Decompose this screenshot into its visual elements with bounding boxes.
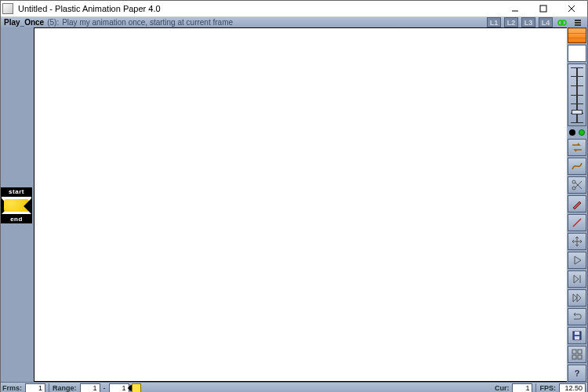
svg-marker-13 xyxy=(574,275,579,283)
pen-dot-green[interactable] xyxy=(579,129,585,136)
current-value[interactable]: 1 xyxy=(512,383,532,392)
app-window: Untitled - Plastic Animation Paper 4.0 P… xyxy=(0,0,588,392)
svg-rect-19 xyxy=(575,336,579,339)
help-icon[interactable]: ? xyxy=(568,365,586,382)
svg-rect-8 xyxy=(575,24,581,26)
titlebar: Untitled - Plastic Animation Paper 4.0 xyxy=(1,1,587,17)
drawing-canvas[interactable] xyxy=(34,27,567,382)
frames-value[interactable]: 1 xyxy=(25,383,45,392)
slider-knob[interactable] xyxy=(572,110,583,114)
svg-rect-22 xyxy=(572,355,576,359)
swap-tool-icon[interactable] xyxy=(568,139,586,156)
svg-point-9 xyxy=(572,187,575,190)
menu-icon[interactable] xyxy=(572,17,584,27)
maximize-button[interactable] xyxy=(529,1,557,16)
frame-marker[interactable]: start end xyxy=(1,187,32,223)
hint-bar: Play_Once (5): Play my animation once, s… xyxy=(1,17,587,27)
fps-label: FPS: xyxy=(539,384,556,392)
pen-mode-row xyxy=(568,128,586,137)
current-readout: Cur: 1 xyxy=(495,383,533,392)
range-to[interactable]: 1 xyxy=(109,383,129,392)
grid-icon[interactable] xyxy=(568,346,586,363)
timeline-gutter[interactable]: start end xyxy=(1,27,34,382)
svg-point-10 xyxy=(572,180,575,183)
svg-rect-7 xyxy=(575,22,581,24)
fps-readout: FPS: 12.50 xyxy=(539,383,586,392)
layer-2-button[interactable]: L2 xyxy=(504,17,518,27)
color-well[interactable] xyxy=(568,45,586,62)
svg-rect-18 xyxy=(575,332,579,335)
current-frame-indicator[interactable] xyxy=(131,383,142,392)
cut-tool-icon[interactable] xyxy=(568,176,586,194)
main-area: start end xyxy=(1,27,587,382)
link-icon[interactable] xyxy=(556,17,568,27)
frames-label: Frms: xyxy=(2,384,22,392)
layer-1-button[interactable]: L1 xyxy=(487,17,501,27)
svg-rect-1 xyxy=(540,5,546,12)
save-icon[interactable] xyxy=(568,327,586,344)
pencil-tool-icon[interactable] xyxy=(568,195,586,212)
canvas-area xyxy=(34,27,567,382)
range-from[interactable]: 1 xyxy=(80,383,100,392)
hint-key: (5): xyxy=(47,18,59,27)
svg-marker-12 xyxy=(575,256,581,264)
range-label: Range: xyxy=(53,384,77,392)
svg-marker-16 xyxy=(577,294,581,302)
hint-command: Play_Once xyxy=(4,18,44,27)
range-readout: Range: 1 - 1 xyxy=(53,383,129,392)
svg-rect-6 xyxy=(575,20,581,21)
svg-marker-15 xyxy=(573,294,577,302)
smooth-tool-icon[interactable] xyxy=(568,158,586,175)
play-button-icon[interactable] xyxy=(568,252,586,269)
svg-point-5 xyxy=(561,20,566,25)
line-tool-icon[interactable] xyxy=(568,214,586,231)
current-label: Cur: xyxy=(495,384,510,392)
brush-size-slider[interactable] xyxy=(568,64,586,126)
range-sep: - xyxy=(103,384,106,392)
svg-line-11 xyxy=(573,219,581,227)
start-marker[interactable]: start xyxy=(1,187,32,196)
app-icon xyxy=(2,3,13,14)
move-tool-icon[interactable] xyxy=(568,233,586,250)
frames-readout: Frms: 1 xyxy=(2,383,45,392)
minimize-button[interactable] xyxy=(501,1,529,16)
status-bar: Frms: 1 Range: 1 - 1 Cur: 1 FPS: 12.50 xyxy=(1,382,587,392)
svg-rect-21 xyxy=(578,350,582,354)
layer-4-button[interactable]: L4 xyxy=(539,17,553,27)
svg-rect-20 xyxy=(572,350,576,354)
color-palette-icon[interactable] xyxy=(568,27,586,43)
last-frame-icon[interactable] xyxy=(568,289,586,307)
svg-rect-23 xyxy=(578,355,582,359)
current-frame-thumb[interactable] xyxy=(1,196,32,215)
hint-desc: Play my animation once, starting at curr… xyxy=(62,18,233,27)
layer-3-button[interactable]: L3 xyxy=(521,17,535,27)
window-title: Untitled - Plastic Animation Paper 4.0 xyxy=(18,4,501,13)
end-marker[interactable]: end xyxy=(1,215,32,223)
right-toolbar: ? xyxy=(567,27,587,382)
fps-value[interactable]: 12.50 xyxy=(559,383,586,392)
next-frame-icon[interactable] xyxy=(568,270,586,288)
pen-dot-black[interactable] xyxy=(569,129,575,136)
svg-text:?: ? xyxy=(575,368,580,378)
close-button[interactable] xyxy=(557,1,586,16)
loop-icon[interactable] xyxy=(568,308,586,325)
